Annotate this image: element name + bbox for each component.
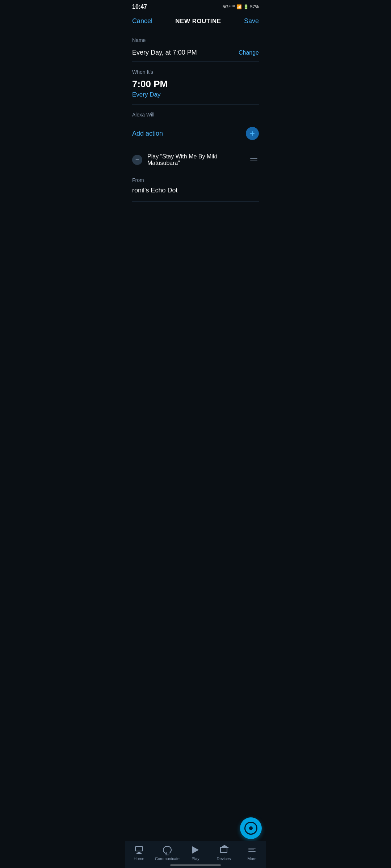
add-action-button[interactable]: Add action (132, 130, 163, 137)
divider-2 (132, 104, 259, 105)
drag-line-2 (250, 161, 257, 161)
when-time: 7:00 PM (132, 78, 259, 90)
when-section-label: When It's (132, 69, 259, 75)
signal-icon: 5G⁺ᴴᴰ (223, 4, 235, 9)
page-header: Cancel NEW ROUTINE Save (125, 12, 266, 30)
battery-percent: 57% (250, 4, 259, 9)
drag-line-1 (250, 158, 257, 159)
action-text: Play "Stay With Me By Miki Matusubara" (147, 153, 249, 166)
cancel-button[interactable]: Cancel (132, 17, 152, 25)
divider-4 (132, 201, 259, 202)
divider-1 (132, 61, 259, 62)
remove-action-button[interactable]: − (132, 155, 142, 165)
status-time: 10:47 (132, 4, 147, 10)
plus-icon: + (250, 129, 255, 138)
alexa-will-label: Alexa Will (132, 112, 259, 118)
routine-name: Every Day, at 7:00 PM (132, 49, 197, 56)
drag-handle[interactable] (249, 157, 259, 163)
add-action-icon-button[interactable]: + (246, 127, 259, 140)
status-bar: 10:47 5G⁺ᴴᴰ 📶 🔋 57% (125, 0, 266, 12)
page-title: NEW ROUTINE (175, 18, 221, 25)
minus-icon-symbol: − (135, 156, 139, 163)
battery-icon: 🔋 (243, 4, 249, 9)
when-section: When It's 7:00 PM Every Day (132, 69, 259, 98)
name-section-label: Name (132, 37, 259, 43)
action-item: − Play "Stay With Me By Miki Matusubara" (132, 146, 259, 170)
alexa-section: Alexa Will Add action + (132, 112, 259, 146)
when-day[interactable]: Every Day (132, 91, 259, 98)
signal-bars-icon: 📶 (236, 4, 242, 9)
device-name: ronil's Echo Dot (132, 187, 259, 194)
save-button[interactable]: Save (244, 17, 259, 25)
routine-name-row: Every Day, at 7:00 PM Change (132, 47, 259, 61)
add-action-row: Add action + (132, 121, 259, 146)
change-button[interactable]: Change (239, 50, 259, 56)
from-section: From ronil's Echo Dot (132, 177, 259, 194)
main-content: Name Every Day, at 7:00 PM Change When I… (125, 37, 266, 202)
from-label: From (132, 177, 259, 183)
status-icons: 5G⁺ᴴᴰ 📶 🔋 57% (223, 4, 259, 9)
action-left: − Play "Stay With Me By Miki Matusubara" (132, 153, 249, 166)
